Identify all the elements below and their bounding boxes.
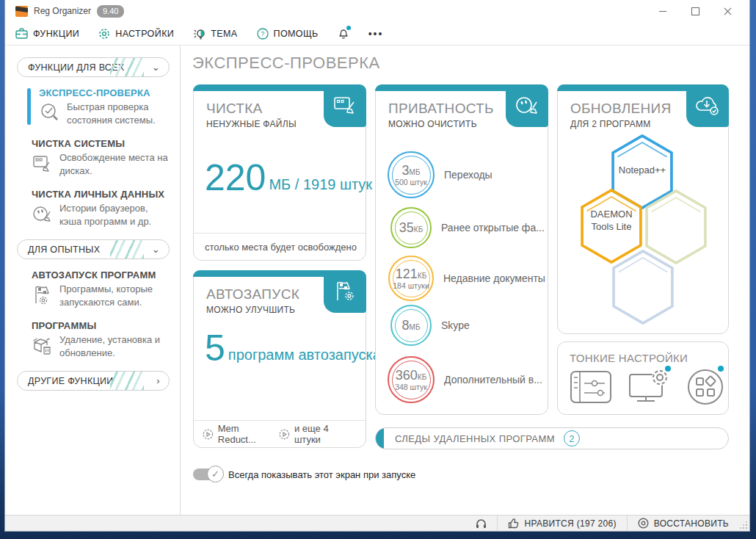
autorun-card[interactable]: АВТОЗАПУСК МОЖНО УЛУЧШИТЬ 5 программ авт… xyxy=(193,270,366,448)
face-broom-icon xyxy=(32,203,54,225)
sliders-panel-icon[interactable] xyxy=(570,369,612,405)
menu-functions-label: ФУНКЦИИ xyxy=(33,29,79,39)
traces-bar[interactable]: СЛЕДЫ УДАЛЕННЫХ ПРОГРАММ 2 xyxy=(375,427,729,449)
sidebar-item-system-cleanup[interactable]: ЧИСТКА СИСТЕМЫ Освобождение места на дис… xyxy=(5,138,180,177)
flag-gear-icon xyxy=(32,284,54,306)
toggle-check-icon: ✓ xyxy=(207,466,224,482)
app-window: Reg Organizer 9.40 ФУНКЦИИ НАСТРОЙКИ xyxy=(4,0,750,532)
sidebar-item-autorun-programs[interactable]: АВТОЗАПУСК ПРОГРАММ Программы, которые з… xyxy=(5,270,180,308)
cleanup-card[interactable]: ЧИСТКА НЕНУЖНЫЕ ФАЙЛЫ 220 МБ / 1919 штук… xyxy=(193,84,366,261)
card-subtitle: ДЛЯ 2 ПРОГРАММ xyxy=(570,119,651,129)
flag-gear-icon xyxy=(333,281,357,303)
privacy-ring: 35КБ xyxy=(390,207,432,248)
restore-icon xyxy=(638,518,649,529)
briefcase-icon xyxy=(15,28,28,39)
main-area: ЭКСПРЕСС-ПРОВЕРКА ЧИСТКА НЕНУЖНЫЕ ФАЙЛЫ … xyxy=(181,46,749,515)
sidebar-group-other-functions[interactable]: ДРУГИЕ ФУНКЦИИ › xyxy=(17,371,170,391)
autorun-entry-icon xyxy=(203,429,214,440)
menu-theme-label: ТЕМА xyxy=(211,29,237,39)
sidebar-group-functions-for-all[interactable]: ФУНКЦИИ ДЛЯ ВСЕХ ⌄ xyxy=(17,57,170,77)
startup-toggle[interactable]: ✓ xyxy=(193,469,221,480)
cleanup-card-footer: столько места будет освобождено xyxy=(194,233,366,260)
autorun-card-footer: Mem Reduct... и еще 4 штуки xyxy=(194,420,366,447)
menu-bar: ФУНКЦИИ НАСТРОЙКИ ТЕМА ? ПОМОЩЬ xyxy=(5,22,749,46)
resize-grip[interactable] xyxy=(739,516,749,531)
notification-dot xyxy=(346,26,351,30)
minimize-button[interactable] xyxy=(648,2,677,20)
notifications-button[interactable] xyxy=(338,27,349,40)
pill-stripes-decor xyxy=(110,57,144,77)
restore-label: ВОССТАНОВИТЬ xyxy=(654,518,729,529)
cleanup-card-tab xyxy=(324,84,366,127)
page-title: ЭКСПРЕСС-ПРОВЕРКА xyxy=(192,54,380,73)
hexagon-label: DAEMON Tools Lite xyxy=(586,209,637,234)
like-label: НРАВИТСЯ (197 206) xyxy=(524,518,616,529)
like-button[interactable]: НРАВИТСЯ (197 206) xyxy=(497,516,626,531)
menu-settings-label: НАСТРОЙКИ xyxy=(115,29,174,39)
monitor-gear-icon[interactable] xyxy=(628,367,674,407)
privacy-row-label: Ранее открытые фа... xyxy=(441,222,545,234)
chevron-right-icon: › xyxy=(156,375,160,386)
privacy-row[interactable]: 121КБ 184 штуки Недавние документы xyxy=(388,256,540,301)
sidebar-item-title: ПРОГРАММЫ xyxy=(32,320,172,331)
pill-stripes-decor xyxy=(110,371,144,391)
sidebar-group-label: ДЛЯ ОПЫТНЫХ xyxy=(28,245,100,255)
apps-circle-icon[interactable] xyxy=(687,369,724,405)
pill-stripes-decor xyxy=(110,239,144,259)
privacy-row[interactable]: 3МБ 500 штук Переходы xyxy=(388,151,540,198)
status-bar: НРАВИТСЯ (197 206) ВОССТАНОВИТЬ xyxy=(5,515,749,531)
privacy-row[interactable]: 35КБ Ранее открытые фа... xyxy=(388,207,540,248)
restore-button[interactable]: ВОССТАНОВИТЬ xyxy=(627,516,739,531)
sidebar-group-advanced[interactable]: ДЛЯ ОПЫТНЫХ ⌄ xyxy=(17,239,170,259)
card-subtitle: МОЖНО УЛУЧШИТЬ xyxy=(206,305,295,315)
sidebar: ФУНКЦИИ ДЛЯ ВСЕХ ⌄ ЭКСПРЕСС-ПРОВЕРКА Быс… xyxy=(5,46,181,515)
privacy-ring: 360КБ 348 штук xyxy=(388,356,435,403)
sidebar-item-desc: Освобождение места на дисках. xyxy=(59,151,172,177)
menu-theme[interactable]: ТЕМА xyxy=(193,28,237,40)
menu-more-button[interactable]: ••• xyxy=(368,28,384,40)
sidebar-item-personal-data-cleanup[interactable]: ЧИСТКА ЛИЧНЫХ ДАННЫХ Истории браузеров, … xyxy=(5,189,180,228)
privacy-row[interactable]: 360КБ 348 штук Дополнительный в... xyxy=(388,356,540,403)
privacy-card-tab xyxy=(506,84,548,127)
sidebar-item-express-check[interactable]: ЭКСПРЕСС-ПРОВЕРКА Быстрая проверка состо… xyxy=(5,87,180,126)
autorun-footer-item: и еще 4 штуки xyxy=(279,423,357,445)
card-title: ОБНОВЛЕНИЯ xyxy=(570,101,671,117)
menu-settings[interactable]: НАСТРОЙКИ xyxy=(98,28,174,40)
privacy-row-label: Дополнительный в... xyxy=(444,374,542,386)
autorun-value-suffix: программ автозапуска xyxy=(228,347,381,363)
privacy-row[interactable]: 8МБ Skype xyxy=(388,305,540,346)
support-button[interactable] xyxy=(465,516,497,531)
sidebar-item-programs[interactable]: ПРОГРАММЫ Удаление, установка и обновлен… xyxy=(5,320,180,359)
svg-text:?: ? xyxy=(261,30,264,37)
maximize-button[interactable] xyxy=(680,2,710,20)
card-subtitle: НЕНУЖНЫЕ ФАЙЛЫ xyxy=(206,119,297,129)
app-title: Reg Organizer xyxy=(34,6,91,16)
cleanup-value: 220 xyxy=(205,161,266,196)
window-broom-icon xyxy=(332,95,357,117)
card-title: АВТОЗАПУСК xyxy=(206,286,299,303)
privacy-row-label: Переходы xyxy=(444,169,493,181)
menu-functions[interactable]: ФУНКЦИИ xyxy=(15,28,79,39)
autorun-entry-icon xyxy=(279,429,290,440)
tweaks-card[interactable]: ТОНКИЕ НАСТРОЙКИ xyxy=(557,341,729,415)
card-title: ТОНКИЕ НАСТРОЙКИ xyxy=(570,352,688,364)
menu-help[interactable]: ? ПОМОЩЬ xyxy=(257,28,319,40)
chevron-down-icon: ⌄ xyxy=(152,244,160,255)
startup-toggle-label: Всегда показывать этот экран при запуске xyxy=(228,469,415,480)
close-button[interactable] xyxy=(713,2,742,20)
card-title: ЧИСТКА xyxy=(206,101,263,117)
autorun-footer-label: Mem Reduct... xyxy=(218,423,279,445)
gear-icon xyxy=(98,28,110,40)
sidebar-item-title: ЭКСПРЕСС-ПРОВЕРКА xyxy=(39,87,172,98)
updates-card[interactable]: ОБНОВЛЕНИЯ ДЛЯ 2 ПРОГРАММ Notepad++ DAEM… xyxy=(557,84,729,334)
autorun-footer-more-label: и еще 4 штуки xyxy=(294,423,357,445)
startup-toggle-row: ✓ Всегда показывать этот экран при запус… xyxy=(193,469,415,480)
sidebar-item-title: ЧИСТКА СИСТЕМЫ xyxy=(32,138,172,149)
traces-count-badge: 2 xyxy=(564,430,580,446)
card-subtitle: МОЖНО ОЧИСТИТЬ xyxy=(388,119,477,129)
cloud-download-icon xyxy=(694,95,721,117)
sidebar-item-desc: Быстрая проверка состояния системы. xyxy=(67,101,172,126)
window-broom-icon xyxy=(32,153,54,175)
sidebar-item-desc: Удаление, установка и обновление. xyxy=(59,333,172,359)
privacy-card[interactable]: ПРИВАТНОСТЬ МОЖНО ОЧИСТИТЬ 3МБ 500 штук … xyxy=(375,84,548,415)
